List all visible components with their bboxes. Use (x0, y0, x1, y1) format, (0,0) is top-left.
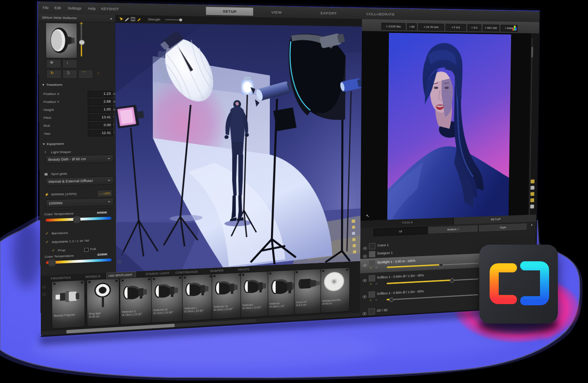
svg-text:Strength: Strength (148, 18, 160, 21)
